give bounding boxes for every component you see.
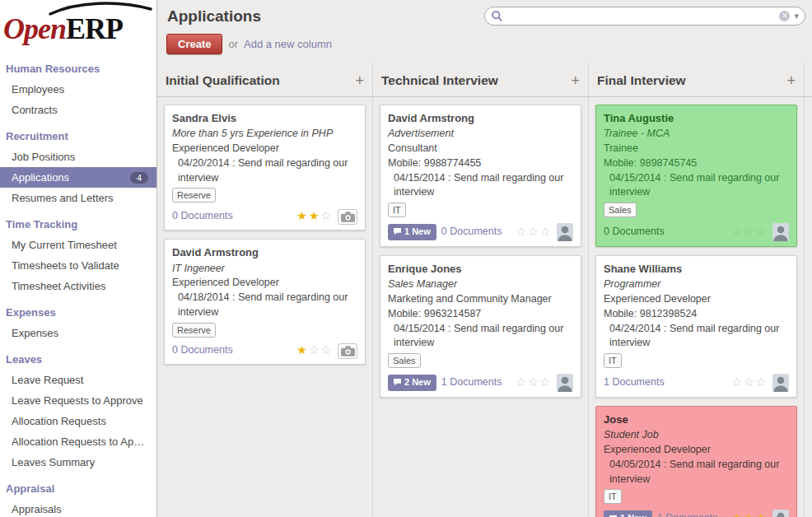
card-title: David Armstrong (172, 245, 357, 260)
documents-link[interactable]: 0 Documents (172, 209, 233, 224)
kanban-column-title: Technical Interview (381, 73, 498, 88)
sidebar-item-leave-request[interactable]: Leave Request (0, 370, 156, 390)
star-icon[interactable]: ☆ (528, 375, 540, 389)
app-logo[interactable]: OpenERP (0, 0, 156, 53)
card-title: Shane Williams (604, 262, 789, 277)
documents-link[interactable]: 0 Documents (172, 343, 233, 358)
card-tags: Sales (604, 203, 789, 218)
star-icon[interactable]: ★ (744, 511, 756, 517)
kanban-column-final-interview: Final Interview+Tina AugustieTrainee - M… (589, 63, 805, 517)
create-button[interactable]: Create (166, 34, 222, 54)
new-messages-badge[interactable]: 1 New (388, 224, 436, 240)
search-dropdown-icon[interactable]: ▾ (794, 11, 799, 21)
documents-link[interactable]: 0 Documents (604, 225, 665, 240)
avatar[interactable] (772, 374, 789, 392)
card-mobile: Mobile: 9812398524 (604, 307, 789, 322)
sidebar-item-resumes-and-letters[interactable]: Resumes and Letters (0, 188, 156, 208)
add-card-button[interactable]: + (355, 75, 364, 86)
clear-search-icon[interactable]: ✕ (779, 11, 790, 21)
new-messages-badge[interactable]: 2 New (388, 375, 436, 391)
sidebar-item-timesheet-activities[interactable]: Timesheet Activities (0, 276, 156, 296)
sidebar-item-contracts[interactable]: Contracts (0, 100, 156, 120)
star-icon[interactable]: ☆ (309, 343, 321, 356)
main-area: Applications ✕ ▾ Create or Add a new col… (157, 0, 812, 517)
star-icon[interactable]: ☆ (744, 375, 756, 389)
sidebar-item-timesheets-to-validate[interactable]: Timesheets to Validate (0, 255, 156, 276)
sidebar-section-heading: Human Resources (0, 53, 156, 79)
star-icon[interactable]: ☆ (731, 375, 744, 389)
kanban-card[interactable]: Enrique JonesSales ManagerMarketing and … (380, 255, 581, 398)
avatar[interactable] (557, 223, 573, 241)
star-icon[interactable]: ★ (755, 511, 768, 517)
star-icon[interactable]: ☆ (539, 375, 552, 389)
sidebar-item-job-positions[interactable]: Job Positions (0, 147, 156, 167)
kanban-card[interactable]: Sandra ElvisMore than 5 yrs Experience i… (164, 105, 366, 231)
card-title: Tina Augustie (604, 111, 789, 126)
avatar[interactable] (772, 510, 789, 517)
card-tags: IT (388, 203, 573, 218)
star-icon[interactable]: ☆ (320, 343, 333, 356)
star-icon[interactable]: ☆ (539, 225, 552, 238)
sidebar-section-heading: Appraisal (0, 473, 156, 499)
sidebar-item-label: Expenses (12, 327, 58, 339)
star-icon[interactable]: ☆ (516, 375, 528, 389)
documents-link[interactable]: 0 Documents (441, 225, 502, 240)
card-tag: Sales (604, 203, 637, 217)
documents-link[interactable]: 1 Documents (604, 375, 665, 390)
priority-stars: ★★☆ (296, 208, 333, 225)
documents-link[interactable]: 1 Documents (657, 511, 718, 517)
star-icon[interactable]: ☆ (528, 225, 540, 238)
star-icon[interactable]: ☆ (516, 225, 528, 238)
star-icon[interactable]: ★ (296, 343, 309, 356)
sidebar-item-leave-requests-to-approve[interactable]: Leave Requests to Approve (0, 390, 156, 411)
sidebar-item-my-current-timesheet[interactable]: My Current Timesheet (0, 235, 156, 255)
card-footer: 1 Documents☆☆☆ (604, 374, 789, 392)
card-tag: IT (604, 353, 622, 368)
avatar[interactable] (772, 223, 789, 241)
card-footer: 1 New0 Documents☆☆☆ (388, 223, 573, 241)
kanban-card[interactable]: Shane WilliamsProgrammerExperienced Deve… (595, 255, 797, 398)
add-card-button[interactable]: + (571, 75, 580, 86)
sidebar-item-allocation-requests-to-ap[interactable]: Allocation Requests to Ap… (0, 431, 156, 452)
sidebar-item-allocation-requests[interactable]: Allocation Requests (0, 411, 156, 431)
sidebar-item-leaves-summary[interactable]: Leaves Summary (0, 452, 156, 473)
star-icon[interactable]: ☆ (744, 225, 756, 238)
sidebar-item-label: Job Positions (12, 151, 75, 163)
sidebar-item-expenses[interactable]: Expenses (0, 323, 156, 343)
search-icon (491, 10, 503, 22)
kanban-card[interactable]: JoseStudent JobExperienced Developer04/0… (595, 406, 797, 517)
card-date: 04/05/2014 : Send mail regarding our int… (604, 458, 789, 487)
camera-icon[interactable] (338, 209, 357, 225)
sidebar-section-heading: Time Tracking (0, 208, 156, 235)
card-footer: 0 Documents☆☆☆ (604, 223, 789, 241)
star-icon[interactable]: ☆ (755, 225, 768, 238)
card-grade: Experienced Developer (172, 142, 357, 156)
star-icon[interactable]: ★ (309, 209, 321, 222)
star-icon[interactable]: ★ (731, 511, 744, 517)
add-card-button[interactable]: + (786, 75, 796, 86)
kanban-card[interactable]: Tina AugustieTrainee - MCATraineeMobile:… (595, 105, 797, 247)
camera-icon[interactable] (338, 343, 357, 359)
card-role: Sales Manager (388, 277, 573, 292)
sidebar-item-applications[interactable]: Applications4 (0, 167, 156, 188)
kanban-column-title: Final Interview (597, 73, 686, 88)
card-title: David Armstrong (388, 111, 573, 126)
star-icon[interactable]: ☆ (320, 209, 333, 222)
kanban-card[interactable]: David ArmstrongIT IngeneerExperienced De… (164, 239, 366, 365)
card-grade: Experienced Developer (604, 443, 789, 458)
sidebar-item-appraisals[interactable]: Appraisals (0, 499, 156, 517)
avatar-image-icon (772, 374, 789, 392)
documents-link[interactable]: 1 Documents (441, 375, 502, 390)
star-icon[interactable]: ☆ (755, 375, 768, 389)
star-icon[interactable]: ★ (296, 209, 309, 222)
sidebar-item-employees[interactable]: Employees (0, 79, 156, 100)
kanban-column-header: C (805, 63, 812, 97)
add-column-link[interactable]: Add a new column (244, 38, 332, 50)
star-icon[interactable]: ☆ (731, 225, 744, 238)
kanban-card[interactable]: David ArmstrongAdvertisementConsultantMo… (380, 105, 581, 247)
search-input[interactable] (507, 10, 775, 22)
avatar[interactable] (557, 374, 573, 392)
avatar-image-icon (557, 223, 573, 241)
new-messages-badge[interactable]: 1 New (604, 510, 652, 517)
card-footer: 2 New1 Documents☆☆☆ (388, 374, 573, 392)
